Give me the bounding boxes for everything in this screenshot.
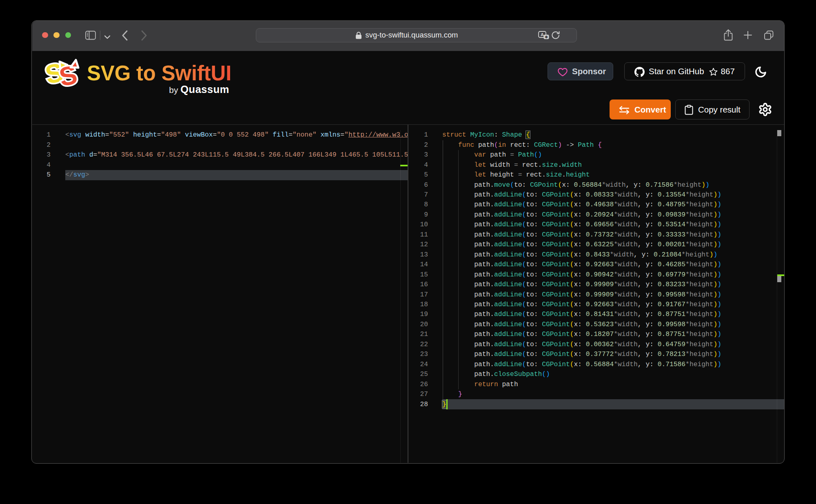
svg-text:A: A <box>541 32 544 37</box>
svg-text:✱: ✱ <box>545 35 548 39</box>
